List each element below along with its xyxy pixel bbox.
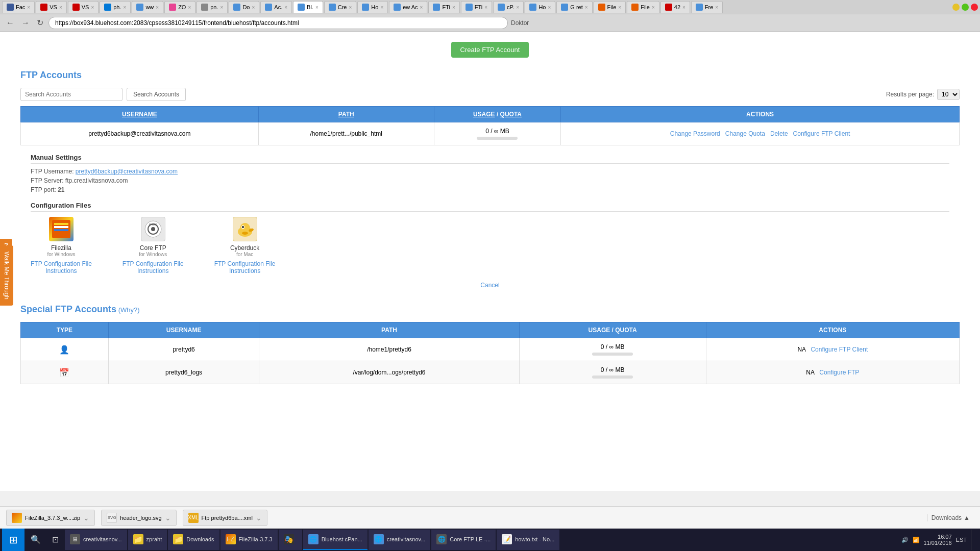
- back-button[interactable]: ←: [4, 17, 16, 29]
- create-ftp-button[interactable]: Create FTP Account: [451, 42, 529, 58]
- ftp-port-row: FTP port: 21: [31, 186, 949, 193]
- col-actions: Actions: [561, 107, 960, 122]
- special-cell-path: /home1/prettyd6: [259, 338, 519, 361]
- special-col-type: Type: [21, 322, 109, 338]
- walk-me-through-button[interactable]: Walk Me Through: [0, 245, 13, 306]
- minimize-button[interactable]: [952, 4, 960, 11]
- ftp-server-row: FTP Server: ftp.creativitasnova.com: [31, 177, 949, 184]
- change-password-link[interactable]: Change Password: [670, 130, 720, 137]
- special-cell-type: 📅: [21, 361, 109, 384]
- browser-tab[interactable]: Ho×: [525, 1, 555, 13]
- page-content: Create FTP Account FTP Accounts Search A…: [0, 32, 980, 491]
- browser-tab[interactable]: ZO×: [164, 1, 195, 13]
- browser-tab[interactable]: 42×: [660, 1, 690, 13]
- browser-tab[interactable]: FTi×: [461, 1, 492, 13]
- window-controls: [952, 4, 978, 11]
- svg-rect-3: [54, 229, 68, 231]
- special-cell-usage: 0 / ∞ MB: [519, 361, 706, 384]
- svg-rect-1: [54, 223, 68, 225]
- configure-ftp-client-link[interactable]: Configure FTP Client: [793, 130, 850, 137]
- browser-tab[interactable]: Bl.×: [293, 1, 323, 13]
- browser-tab[interactable]: Do×: [229, 1, 259, 13]
- coreftp-icon: C●RE: [141, 217, 165, 241]
- svg-point-13: [242, 232, 248, 235]
- maximize-button[interactable]: [962, 4, 969, 11]
- results-select[interactable]: 10 25 50: [937, 89, 960, 100]
- special-table-body: 👤 prettyd6 /home1/prettyd6 0 / ∞ MB NA C…: [21, 338, 960, 384]
- browser-tab[interactable]: pn.×: [197, 1, 228, 13]
- special-ftp-table: Type Username Path Usage / Quota Actions…: [20, 322, 960, 384]
- browser-tab[interactable]: ww×: [132, 1, 163, 13]
- browser-tab[interactable]: Ac.×: [260, 1, 292, 13]
- browser-tab[interactable]: Ho×: [357, 1, 388, 13]
- change-quota-link[interactable]: Change Quota: [725, 130, 765, 137]
- coreftp-instructions-link[interactable]: FTP Configuration FileInstructions: [122, 260, 184, 274]
- refresh-button[interactable]: ↻: [35, 17, 45, 29]
- browser-tab[interactable]: FTi×: [428, 1, 459, 13]
- filezilla-instructions-link[interactable]: FTP Configuration FileInstructions: [31, 260, 92, 274]
- special-ftp-title: Special FTP Accounts: [20, 304, 116, 314]
- filezilla-label: Filezillafor Windows: [47, 244, 75, 257]
- special-configure-link[interactable]: Configure FTP: [819, 369, 859, 376]
- svg-rect-4: [54, 232, 64, 234]
- ftp-server-label: FTP Server:: [31, 177, 63, 184]
- special-header-row: Type Username Path Usage / Quota Actions: [21, 322, 960, 338]
- ftp-accounts-section: FTP Accounts Search Accounts Results per…: [20, 70, 960, 289]
- special-col-actions: Actions: [706, 322, 959, 338]
- table-row: prettyd6backup@creativitasnova.com /home…: [21, 122, 960, 145]
- special-table-row: 👤 prettyd6 /home1/prettyd6 0 / ∞ MB NA C…: [21, 338, 960, 361]
- col-usage-quota: Usage / Quota: [434, 107, 560, 122]
- ftp-username-value[interactable]: prettyd6backup@creativitasnova.com: [76, 168, 178, 175]
- cyberduck-instructions-link[interactable]: FTP Configuration FileInstructions: [214, 260, 276, 274]
- ftp-port-value: 21: [58, 186, 64, 193]
- browser-tab[interactable]: Fre×: [691, 1, 723, 13]
- forward-button[interactable]: →: [19, 17, 32, 29]
- why-link[interactable]: (Why?): [118, 306, 140, 314]
- ftp-port-label: FTP port:: [31, 186, 56, 193]
- special-configure-link[interactable]: Configure FTP Client: [811, 346, 868, 353]
- cell-usage: 0 / ∞ MB: [434, 122, 560, 145]
- svg-text:C●RE: C●RE: [149, 223, 157, 226]
- config-files-title: Configuration Files: [31, 202, 949, 212]
- browser-tab[interactable]: VS×: [68, 1, 99, 13]
- svg-rect-2: [54, 226, 68, 228]
- browser-tab[interactable]: ph.×: [100, 1, 131, 13]
- search-button[interactable]: Search Accounts: [127, 88, 186, 101]
- browser-tab[interactable]: cP.×: [493, 1, 524, 13]
- delete-link[interactable]: Delete: [770, 130, 788, 137]
- usage-progress-bar: [477, 137, 518, 140]
- special-ftp-header: Special FTP Accounts (Why?): [20, 304, 960, 315]
- special-na-label: NA: [806, 369, 814, 376]
- search-input[interactable]: [20, 88, 122, 101]
- usage-value: 0: [485, 128, 489, 135]
- special-cell-type: 👤: [21, 338, 109, 361]
- cancel-link[interactable]: Cancel: [31, 282, 949, 289]
- cyberduck-icon: [233, 217, 257, 241]
- cell-username: prettyd6backup@creativitasnova.com: [21, 122, 259, 145]
- browser-tab[interactable]: VS×: [36, 1, 67, 13]
- ftp-accounts-title: FTP Accounts: [20, 70, 960, 81]
- browser-tab[interactable]: Fac×: [2, 1, 35, 13]
- ftp-accounts-table: Username Path Usage / Quota Actions pret…: [20, 106, 960, 145]
- svg-point-7: [151, 227, 155, 231]
- special-cell-path: /var/log/dom...ogs/prettyd6: [259, 361, 519, 384]
- ftp-username-label: FTP Username:: [31, 168, 74, 175]
- ftp-username-row: FTP Username: prettyd6backup@creativitas…: [31, 168, 949, 175]
- special-na-label: NA: [797, 346, 805, 353]
- browser-tab[interactable]: Cre×: [324, 1, 357, 13]
- cyberduck-label: Cyberduckfor Mac: [230, 244, 259, 257]
- special-cell-username: prettyd6_logs: [108, 361, 259, 384]
- tab-bar: Fac×VS×VS×ph.×ww×ZO×pn.×Do×Ac.×Bl.×Cre×H…: [0, 0, 980, 14]
- manual-settings-title: Manual Settings: [31, 154, 949, 164]
- config-files-panel: Configuration Files Filezillafor Wind: [20, 202, 960, 289]
- address-input[interactable]: [48, 17, 508, 29]
- browser-tab[interactable]: G ret×: [556, 1, 592, 13]
- special-cell-actions: NA Configure FTP: [706, 361, 959, 384]
- browser-tab[interactable]: ew Ac×: [389, 1, 427, 13]
- browser-window: Fac×VS×VS×ph.×ww×ZO×pn.×Do×Ac.×Bl.×Cre×H…: [0, 0, 980, 32]
- special-col-usage: Usage / Quota: [519, 322, 706, 338]
- browser-tab[interactable]: File×: [594, 1, 626, 13]
- browser-tab[interactable]: File×: [627, 1, 659, 13]
- special-cell-actions: NA Configure FTP Client: [706, 338, 959, 361]
- close-button[interactable]: [971, 4, 978, 11]
